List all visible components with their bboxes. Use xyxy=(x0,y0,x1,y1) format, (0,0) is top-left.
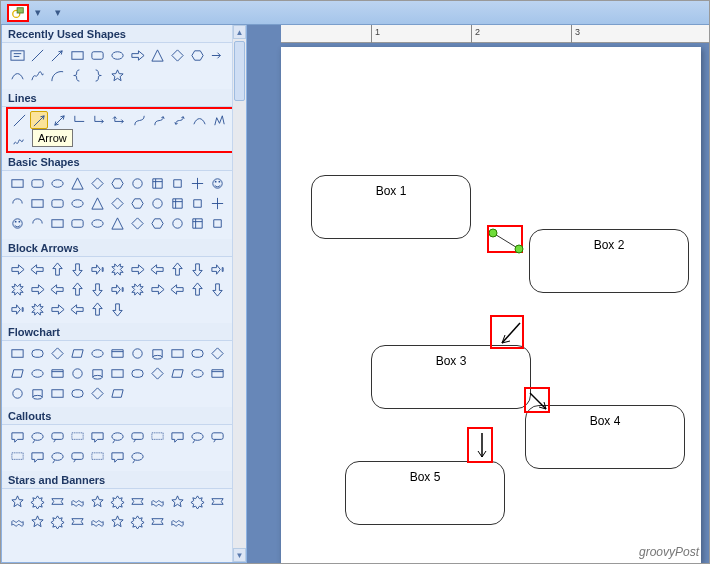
shape-item[interactable] xyxy=(88,280,106,298)
shape-oval[interactable] xyxy=(108,46,126,64)
shape-item[interactable] xyxy=(88,492,106,510)
shape-item[interactable] xyxy=(108,448,126,466)
shape-item[interactable] xyxy=(148,428,166,446)
scroll-thumb[interactable] xyxy=(234,41,245,101)
shape-item[interactable] xyxy=(68,384,86,402)
shape-item[interactable] xyxy=(28,492,46,510)
shape-item[interactable] xyxy=(168,428,186,446)
shape-item[interactable] xyxy=(108,280,126,298)
shape-item[interactable] xyxy=(128,492,146,510)
shape-item[interactable] xyxy=(108,384,126,402)
shape-item[interactable] xyxy=(48,194,66,212)
shape-item[interactable] xyxy=(68,300,86,318)
shape-item[interactable] xyxy=(68,344,86,362)
shape-roundrect[interactable] xyxy=(88,46,106,64)
shape-item[interactable] xyxy=(8,492,26,510)
shape-item[interactable] xyxy=(68,492,86,510)
shape-item[interactable] xyxy=(28,300,46,318)
scroll-down-icon[interactable]: ▼ xyxy=(233,548,246,562)
shape-item[interactable] xyxy=(188,174,206,192)
shape-item[interactable] xyxy=(108,512,126,530)
shape-item[interactable] xyxy=(128,428,146,446)
shape-item[interactable] xyxy=(188,260,206,278)
shape-item[interactable] xyxy=(28,194,46,212)
shape-item[interactable] xyxy=(148,174,166,192)
shape-item[interactable] xyxy=(148,344,166,362)
shape-item[interactable] xyxy=(148,214,166,232)
shape-item[interactable] xyxy=(88,174,106,192)
document-page[interactable]: Box 1 Box 2 Box 3 Box 4 Box 5 xyxy=(281,47,701,563)
scroll-up-icon[interactable]: ▲ xyxy=(233,25,246,39)
shape-hexagon[interactable] xyxy=(188,46,206,64)
shape-item[interactable] xyxy=(108,344,126,362)
shape-item[interactable] xyxy=(28,512,46,530)
shape-item[interactable] xyxy=(68,280,86,298)
shape-item[interactable] xyxy=(8,194,26,212)
shape-item[interactable] xyxy=(108,364,126,382)
box-1[interactable]: Box 1 xyxy=(311,175,471,239)
shape-item[interactable] xyxy=(68,512,86,530)
shape-item[interactable] xyxy=(188,280,206,298)
shape-item[interactable] xyxy=(168,344,186,362)
shape-right-brace[interactable] xyxy=(88,66,106,84)
box-5[interactable]: Box 5 xyxy=(345,461,505,525)
shape-item[interactable] xyxy=(28,174,46,192)
line-freeform[interactable] xyxy=(210,111,228,129)
shape-item[interactable] xyxy=(8,260,26,278)
shape-item[interactable] xyxy=(28,260,46,278)
shape-right-arrow-small[interactable] xyxy=(208,46,226,64)
line-curved-double[interactable] xyxy=(170,111,188,129)
shape-item[interactable] xyxy=(68,448,86,466)
shape-item[interactable] xyxy=(168,260,186,278)
box-3[interactable]: Box 3 xyxy=(371,345,531,409)
shape-item[interactable] xyxy=(48,384,66,402)
shape-item[interactable] xyxy=(88,428,106,446)
shape-line[interactable] xyxy=(28,46,46,64)
shape-item[interactable] xyxy=(8,214,26,232)
shape-item[interactable] xyxy=(148,364,166,382)
shape-item[interactable] xyxy=(108,214,126,232)
box-2[interactable]: Box 2 xyxy=(529,229,689,293)
shape-item[interactable] xyxy=(68,428,86,446)
shape-item[interactable] xyxy=(88,214,106,232)
shape-item[interactable] xyxy=(48,344,66,362)
shape-item[interactable] xyxy=(48,174,66,192)
shape-item[interactable] xyxy=(128,344,146,362)
shape-item[interactable] xyxy=(108,300,126,318)
shape-item[interactable] xyxy=(8,174,26,192)
line-elbow[interactable] xyxy=(70,111,88,129)
shape-item[interactable] xyxy=(128,174,146,192)
shape-item[interactable] xyxy=(168,214,186,232)
shape-item[interactable] xyxy=(48,512,66,530)
shape-item[interactable] xyxy=(8,428,26,446)
shape-item[interactable] xyxy=(48,364,66,382)
line-elbow-double[interactable] xyxy=(110,111,128,129)
shape-item[interactable] xyxy=(208,214,226,232)
shape-item[interactable] xyxy=(208,428,226,446)
shape-item[interactable] xyxy=(8,280,26,298)
shape-item[interactable] xyxy=(28,448,46,466)
shape-item[interactable] xyxy=(108,428,126,446)
shape-item[interactable] xyxy=(188,214,206,232)
shape-item[interactable] xyxy=(8,384,26,402)
shape-item[interactable] xyxy=(208,280,226,298)
shape-item[interactable] xyxy=(188,194,206,212)
shape-item[interactable] xyxy=(128,448,146,466)
shape-item[interactable] xyxy=(88,260,106,278)
shape-curve[interactable] xyxy=(8,66,26,84)
shape-item[interactable] xyxy=(188,344,206,362)
shape-item[interactable] xyxy=(28,428,46,446)
shape-item[interactable] xyxy=(128,260,146,278)
line-straight[interactable] xyxy=(10,111,28,129)
shape-item[interactable] xyxy=(128,512,146,530)
shape-item[interactable] xyxy=(108,174,126,192)
shape-item[interactable] xyxy=(8,364,26,382)
shape-item[interactable] xyxy=(168,512,186,530)
shape-item[interactable] xyxy=(108,492,126,510)
shape-item[interactable] xyxy=(68,364,86,382)
shape-item[interactable] xyxy=(208,492,226,510)
shape-arrow[interactable] xyxy=(48,46,66,64)
line-scribble[interactable] xyxy=(10,131,28,149)
shape-left-brace[interactable] xyxy=(68,66,86,84)
shape-star[interactable] xyxy=(108,66,126,84)
